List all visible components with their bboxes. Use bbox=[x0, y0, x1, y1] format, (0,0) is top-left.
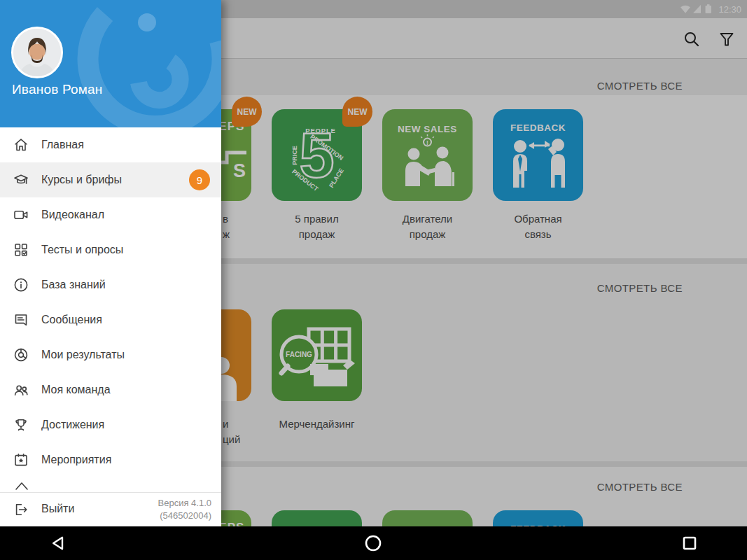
sidebar-item-label: Главная bbox=[41, 139, 84, 151]
sidebar-item-label: Тесты и опросы bbox=[41, 244, 123, 256]
sidebar-item-label: Моя команда bbox=[41, 384, 111, 396]
sidebar-item-achievements[interactable]: Достижения bbox=[0, 407, 221, 442]
app-screen: 12:30 СМОТРЕТЬ ВСЕ STEPS SNEWвж 5 PEOPLE… bbox=[0, 0, 747, 560]
sidebar-item-label: Достижения bbox=[41, 419, 104, 431]
sidebar-item-tests[interactable]: Тесты и опросы bbox=[0, 232, 221, 267]
tests-icon bbox=[13, 241, 29, 258]
sidebar-item-label: Мои результаты bbox=[41, 349, 125, 361]
sidebar-item-label: Мероприятия bbox=[41, 454, 111, 466]
home-button[interactable] bbox=[365, 535, 382, 552]
drawer-menu: ГлавнаяКурсы и брифы9ВидеоканалТесты и о… bbox=[0, 127, 221, 477]
sidebar-item-label: Видеоканал bbox=[41, 209, 104, 221]
build-number: (546502004) bbox=[158, 510, 211, 522]
knowledge-icon bbox=[13, 276, 29, 293]
avatar-photo bbox=[13, 29, 61, 76]
achievements-icon bbox=[13, 416, 29, 433]
notification-badge: 9 bbox=[189, 169, 210, 190]
avatar[interactable] bbox=[11, 27, 63, 78]
events-icon bbox=[13, 451, 29, 468]
sidebar-item-knowledge-base[interactable]: База знаний bbox=[0, 267, 221, 302]
logout-row[interactable]: Выйти bbox=[0, 493, 140, 526]
sidebar-item-home[interactable]: Главная bbox=[0, 127, 221, 162]
sidebar-item-label: Курсы и брифы bbox=[41, 174, 122, 186]
home-icon bbox=[365, 535, 382, 552]
logout-icon bbox=[13, 501, 29, 518]
back-button[interactable] bbox=[51, 535, 68, 552]
version-number: Версия 4.1.0 bbox=[158, 497, 211, 510]
sidebar-item-my-results[interactable]: Мои результаты bbox=[0, 337, 221, 372]
sidebar-item-label: База знаний bbox=[41, 279, 106, 291]
app-version: Версия 4.1.0 (546502004) bbox=[158, 497, 211, 522]
recents-button[interactable] bbox=[681, 535, 698, 552]
user-name: Иванов Роман bbox=[12, 82, 102, 97]
sidebar-item-label: Сообщения bbox=[41, 314, 102, 326]
app-logo-watermark bbox=[62, 0, 221, 127]
recents-icon bbox=[681, 535, 698, 552]
navigation-drawer: Иванов Роман ГлавнаяКурсы и брифы9Видеок… bbox=[0, 0, 221, 526]
sidebar-item-events[interactable]: Мероприятия bbox=[0, 442, 221, 477]
drawer-header: Иванов Роман bbox=[0, 0, 221, 127]
logout-label: Выйти bbox=[41, 503, 74, 515]
drawer-footer: Выйти Версия 4.1.0 (546502004) bbox=[0, 492, 221, 526]
results-icon bbox=[13, 346, 29, 363]
drawer-scrim[interactable] bbox=[221, 0, 747, 526]
video-icon bbox=[13, 206, 29, 223]
courses-icon bbox=[13, 172, 29, 188]
sidebar-item-messages[interactable]: Сообщения bbox=[0, 302, 221, 337]
team-icon bbox=[13, 382, 29, 398]
home-icon bbox=[13, 136, 29, 153]
sidebar-item-my-team[interactable]: Моя команда bbox=[0, 372, 221, 407]
sidebar-item-courses[interactable]: Курсы и брифы9 bbox=[0, 162, 221, 197]
back-icon bbox=[51, 535, 68, 552]
sidebar-item-video-channel[interactable]: Видеоканал bbox=[0, 197, 221, 232]
messages-icon bbox=[13, 312, 29, 328]
